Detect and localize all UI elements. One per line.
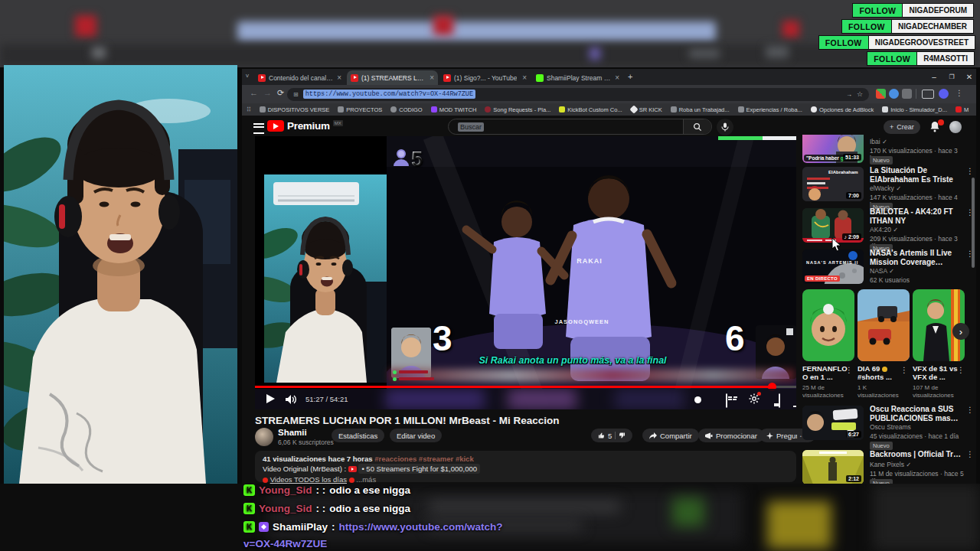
- bookmark-sr-kick[interactable]: SR KICK: [631, 106, 662, 113]
- short-title[interactable]: FERNANFLOO en 1 ...: [802, 364, 848, 381]
- channel-name[interactable]: Oscu Streams: [870, 423, 911, 431]
- extension-icon-colorful[interactable]: [876, 89, 886, 99]
- forward-icon[interactable]: →: [263, 88, 272, 97]
- window-minimize-button[interactable]: –: [926, 69, 942, 84]
- short-options-kebab-icon[interactable]: ⋮: [900, 366, 908, 374]
- like-dislike-buttons[interactable]: 5: [591, 429, 632, 442]
- chat-link-line1[interactable]: https://www.youtube.com/watch?: [339, 521, 503, 533]
- search-box[interactable]: Buscar: [448, 119, 712, 135]
- address-bar[interactable]: ⊞ https://www.youtube.com/watch?v=OX-44R…: [287, 88, 869, 101]
- video-options-kebab-icon[interactable]: ⋮: [966, 167, 974, 175]
- short-title[interactable]: VFX de $1 vsVFX de ...: [913, 364, 959, 381]
- bookmark-roba-trabajador[interactable]: Roba un Trabajad...: [671, 106, 730, 113]
- tab-contenido-canal[interactable]: Contenido del canal - YouTub ×: [254, 70, 345, 85]
- back-icon[interactable]: ←: [250, 88, 258, 97]
- apps-grid-icon[interactable]: ⠿: [247, 106, 251, 113]
- promote-button[interactable]: Promocionar: [698, 429, 764, 442]
- edit-video-button[interactable]: Editar video: [390, 429, 442, 442]
- page-scrollbar[interactable]: [972, 178, 975, 268]
- video-thumbnail-ibai[interactable]: "Podría haber ganar" 51:33: [802, 135, 864, 163]
- share-icon[interactable]: →: [846, 91, 852, 98]
- volume-icon[interactable]: [286, 395, 297, 404]
- tab-close-icon[interactable]: ×: [430, 74, 434, 82]
- url-text-selected[interactable]: https://www.youtube.com/watch?v=OX-44Rw7…: [303, 90, 475, 99]
- video-title[interactable]: Oscu Reacciona a SUS PUBLICACIONES mas V…: [870, 405, 965, 422]
- share-button[interactable]: Compartir: [642, 429, 699, 442]
- tab-sigo-youtube[interactable]: (1) Sigo?... - YouTube ×: [439, 70, 531, 85]
- settings-gear-button[interactable]: [749, 393, 760, 406]
- video-title[interactable]: NASA's Artemis II Live Mission Coverage …: [870, 249, 965, 266]
- shorts-scroll-chevron[interactable]: ›: [952, 323, 969, 340]
- extension-icon-blue[interactable]: [889, 89, 899, 99]
- reload-icon[interactable]: ⟳: [277, 88, 284, 98]
- subtitles-button[interactable]: [726, 393, 727, 408]
- short-title[interactable]: DIA 69 #shorts ...: [858, 364, 903, 381]
- account-avatar[interactable]: [949, 121, 962, 133]
- channel-name[interactable]: Kane Pixels ✓: [870, 461, 911, 468]
- search-button[interactable]: [683, 119, 711, 134]
- bookmark-inicio-simulador[interactable]: Inicio - Simulador_D...: [882, 106, 947, 113]
- video-thumbnail-elabrahaham[interactable]: ElAbrahaham 7:00: [802, 167, 864, 201]
- window-restore-button[interactable]: ❐: [943, 69, 960, 84]
- video-title[interactable]: La Situación De ElAbrahaham Es Triste: [870, 166, 965, 184]
- bookmark-mod-twitch[interactable]: MOD TWITCH: [431, 106, 477, 113]
- progress-bar[interactable]: [255, 386, 796, 388]
- youtube-premium-logo[interactable]: Premium MX: [267, 120, 343, 132]
- video-thumbnail-nasa[interactable]: NASA'S ARTEMIS II EN DIRECTO: [802, 249, 864, 284]
- bookmark-adblock[interactable]: Opciones de AdBlock: [811, 106, 874, 113]
- bookmark-codigo[interactable]: CODIGO: [390, 106, 422, 113]
- voice-search-button[interactable]: [717, 119, 733, 135]
- video-title[interactable]: BAILOTEA - AK4:20 FT ITHAN NY: [870, 207, 965, 225]
- channel-name[interactable]: Ibai ✓: [870, 138, 887, 145]
- chat-link-line2[interactable]: v=OX-44Rw7ZUE: [243, 538, 327, 549]
- channel-name[interactable]: Shamii: [278, 428, 307, 437]
- bookmark-song-requests[interactable]: Song Requests - Pla...: [485, 106, 550, 113]
- bookmark-star-icon[interactable]: ☆: [857, 90, 863, 98]
- bookmark-dispositivos[interactable]: DISPOSITIVOS VERSE: [260, 106, 329, 113]
- video-options-kebab-icon[interactable]: ⋮: [966, 450, 974, 458]
- chat-username[interactable]: Young_Sid: [259, 503, 312, 514]
- channel-name[interactable]: AK4:20 ✓: [870, 226, 898, 233]
- channel-name[interactable]: NASA ✓: [870, 267, 894, 275]
- bookmark-proyectos[interactable]: PROYECTOS: [338, 106, 382, 113]
- video-player[interactable]: RAKAI JASONGQWEEN: [255, 136, 796, 409]
- tab-shamiiplay-kick[interactable]: ShamiiPlay Stream - Watch Liv ×: [532, 70, 623, 85]
- play-button[interactable]: [266, 394, 275, 403]
- tab-close-icon[interactable]: ×: [522, 74, 527, 82]
- chat-username[interactable]: Young_Sid: [259, 484, 312, 496]
- site-info-icon[interactable]: ⊞: [293, 91, 299, 98]
- show-more-link[interactable]: ...más: [356, 475, 376, 484]
- new-tab-button[interactable]: +: [628, 72, 632, 81]
- extension-icon-c[interactable]: [939, 89, 949, 99]
- bookmark-kickbot[interactable]: KickBot Custom Co...: [559, 106, 622, 113]
- hamburger-menu-icon[interactable]: [253, 123, 264, 134]
- tab-search-icon[interactable]: v: [246, 72, 249, 79]
- video-options-kebab-icon[interactable]: ⋮: [966, 406, 974, 414]
- create-button[interactable]: + Crear: [884, 120, 920, 134]
- original-video-link[interactable]: • 50 Streamers Fight for $1,000,000: [358, 464, 480, 474]
- chat-username[interactable]: ShamiiPlay: [273, 521, 328, 533]
- short-options-kebab-icon[interactable]: ⋮: [845, 366, 853, 374]
- short-thumbnail-fernanfloo[interactable]: [802, 289, 854, 361]
- video-title[interactable]: Backrooms | Official Trailer HD: [870, 450, 965, 459]
- video-thumbnail-oscu[interactable]: 6:27: [802, 406, 864, 440]
- tab-streamers-luchan[interactable]: (1) STREAMERS LUCHAN POR 1 ×: [347, 70, 438, 85]
- bookmark-m[interactable]: M: [956, 106, 969, 113]
- extensions-puzzle-icon[interactable]: [902, 89, 912, 99]
- hashtags[interactable]: #reacciones #streamer #kick: [374, 455, 473, 463]
- notifications-bell-button[interactable]: [929, 121, 942, 133]
- tab-close-icon[interactable]: ×: [615, 74, 619, 82]
- cast-icon[interactable]: [922, 90, 934, 99]
- short-thumbnail-dia69[interactable]: [858, 289, 910, 361]
- channel-name[interactable]: elWacky ✓: [870, 184, 901, 192]
- bookmark-experiencias[interactable]: Experiencias / Roba...: [738, 106, 802, 113]
- stats-button[interactable]: Estadísticas: [332, 429, 384, 442]
- miniplayer-button[interactable]: [779, 393, 780, 408]
- video-thumbnail-backrooms[interactable]: 2:12: [802, 450, 864, 484]
- description-box[interactable]: 41 visualizaciones hace 7 horas #reaccio…: [255, 451, 796, 482]
- tab-close-icon[interactable]: ×: [337, 74, 341, 82]
- channel-avatar[interactable]: [255, 428, 273, 446]
- browser-menu-kebab-icon[interactable]: ⋮: [956, 89, 963, 97]
- short-options-kebab-icon[interactable]: ⋮: [957, 366, 965, 374]
- window-close-button[interactable]: ✕: [961, 69, 976, 84]
